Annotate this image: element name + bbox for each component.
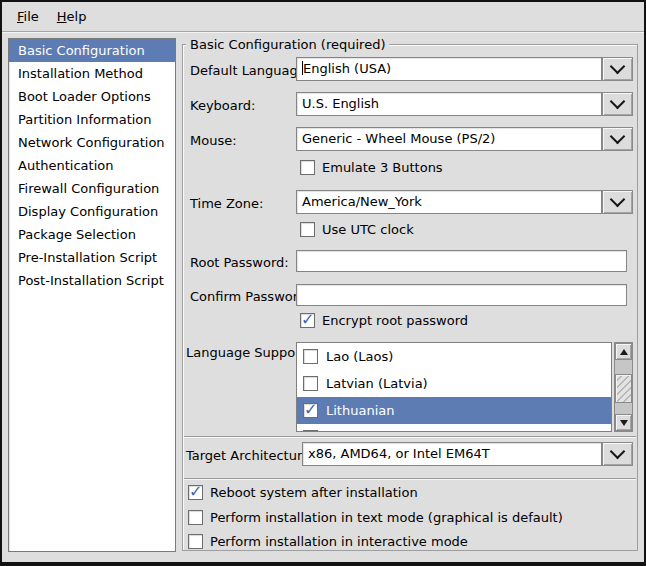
use-utc-clock-checkbox[interactable] xyxy=(300,222,315,237)
reboot-after-install-checkbox[interactable] xyxy=(188,485,203,500)
keyboard-value: U.S. English xyxy=(302,96,379,111)
language-row-lithuanian[interactable]: Lithuanian xyxy=(297,397,611,424)
root-password-label: Root Password: xyxy=(190,255,289,270)
section-list: Basic Configuration Installation Method … xyxy=(8,38,176,552)
target-architecture-label: Target Architecture: xyxy=(186,448,314,463)
sidebar-item-firewall-configuration[interactable]: Firewall Configuration xyxy=(9,177,175,200)
default-language-value: English (USA) xyxy=(303,61,391,76)
scroll-down-button[interactable] xyxy=(615,414,632,431)
sidebar-item-partition-information[interactable]: Partition Information xyxy=(9,108,175,131)
mouse-value: Generic - Wheel Mouse (PS/2) xyxy=(302,131,495,146)
chevron-down-icon xyxy=(610,192,626,208)
chevron-down-icon xyxy=(610,444,626,460)
mouse-entry[interactable]: Generic - Wheel Mouse (PS/2) xyxy=(296,127,602,151)
kickstart-configurator-window: File Help Basic Configuration Installati… xyxy=(0,0,646,566)
chevron-down-icon xyxy=(610,59,626,75)
keyboard-label: Keyboard: xyxy=(190,98,256,113)
text-mode-label: Perform installation in text mode (graph… xyxy=(210,510,563,525)
sidebar-item-installation-method[interactable]: Installation Method xyxy=(9,62,175,85)
sidebar-item-basic-configuration[interactable]: Basic Configuration xyxy=(9,39,175,62)
time-zone-dropdown-button[interactable] xyxy=(602,190,633,214)
sidebar-item-display-configuration[interactable]: Display Configuration xyxy=(9,200,175,223)
sidebar-item-post-installation-script[interactable]: Post-Installation Script xyxy=(9,269,175,292)
default-language-label: Default Language: xyxy=(190,63,310,78)
sidebar-item-package-selection[interactable]: Package Selection xyxy=(9,223,175,246)
language-row-macedonian[interactable]: Macedonian xyxy=(297,424,611,432)
language-support-list: Lao (Laos) Latvian (Latvia) Lithuanian M… xyxy=(296,342,612,432)
language-list-scrollbar[interactable] xyxy=(614,342,633,432)
keyboard-dropdown-button[interactable] xyxy=(602,92,633,116)
text-mode-checkbox[interactable] xyxy=(188,510,203,525)
arrow-down-icon xyxy=(620,420,628,426)
time-zone-value: America/New_York xyxy=(302,194,422,209)
language-support-label: Language Support: xyxy=(186,345,310,360)
default-language-dropdown-button[interactable] xyxy=(602,57,633,81)
menu-file[interactable]: File xyxy=(8,6,48,27)
arrow-up-icon xyxy=(620,349,628,355)
interactive-mode-checkbox[interactable] xyxy=(188,534,203,549)
frame-title: Basic Configuration (required) xyxy=(186,37,389,52)
language-checkbox[interactable] xyxy=(303,376,318,391)
language-row-lao[interactable]: Lao (Laos) xyxy=(297,343,611,370)
menu-file-rest: ile xyxy=(24,9,39,24)
menu-bar: File Help xyxy=(2,2,644,30)
chevron-down-icon xyxy=(610,129,626,145)
target-architecture-entry[interactable]: x86, AMD64, or Intel EM64T xyxy=(302,442,602,466)
use-utc-clock-label: Use UTC clock xyxy=(322,222,414,237)
menu-help-rest: elp xyxy=(67,9,87,24)
menu-help[interactable]: Help xyxy=(48,6,96,27)
confirm-password-label: Confirm Password: xyxy=(190,289,310,304)
mouse-dropdown-button[interactable] xyxy=(602,127,633,151)
emulate-3-buttons-checkbox[interactable] xyxy=(300,160,315,175)
target-architecture-dropdown-button[interactable] xyxy=(602,442,633,466)
sidebar-item-pre-installation-script[interactable]: Pre-Installation Script xyxy=(9,246,175,269)
menu-help-accel: H xyxy=(57,9,67,24)
language-checkbox[interactable] xyxy=(303,430,318,432)
language-label: Lithuanian xyxy=(326,403,394,418)
sidebar-item-authentication[interactable]: Authentication xyxy=(9,154,175,177)
root-password-input[interactable] xyxy=(296,250,627,272)
encrypt-root-password-label: Encrypt root password xyxy=(322,313,468,328)
scrollbar-thumb[interactable] xyxy=(615,374,632,403)
sidebar-item-network-configuration[interactable]: Network Configuration xyxy=(9,131,175,154)
language-checkbox[interactable] xyxy=(303,403,318,418)
mouse-label: Mouse: xyxy=(190,133,237,148)
keyboard-entry[interactable]: U.S. English xyxy=(296,92,602,116)
menubar-separator xyxy=(2,31,644,33)
default-language-entry[interactable]: English (USA) xyxy=(296,57,602,81)
language-label: Lao (Laos) xyxy=(326,349,393,364)
encrypt-root-password-checkbox[interactable] xyxy=(300,313,315,328)
separator-1 xyxy=(184,436,636,438)
language-row-latvian[interactable]: Latvian (Latvia) xyxy=(297,370,611,397)
time-zone-entry[interactable]: America/New_York xyxy=(296,190,602,214)
separator-2 xyxy=(184,478,636,480)
time-zone-label: Time Zone: xyxy=(190,196,263,211)
scroll-up-button[interactable] xyxy=(615,343,632,360)
reboot-after-install-label: Reboot system after installation xyxy=(210,485,418,500)
emulate-3-buttons-label: Emulate 3 Buttons xyxy=(322,160,443,175)
confirm-password-input[interactable] xyxy=(296,284,627,306)
interactive-mode-label: Perform installation in interactive mode xyxy=(210,534,468,549)
language-checkbox[interactable] xyxy=(303,349,318,364)
sidebar-item-boot-loader-options[interactable]: Boot Loader Options xyxy=(9,85,175,108)
target-architecture-value: x86, AMD64, or Intel EM64T xyxy=(308,446,490,461)
language-label: Macedonian xyxy=(326,430,405,432)
chevron-down-icon xyxy=(610,94,626,110)
language-label: Latvian (Latvia) xyxy=(326,376,428,391)
